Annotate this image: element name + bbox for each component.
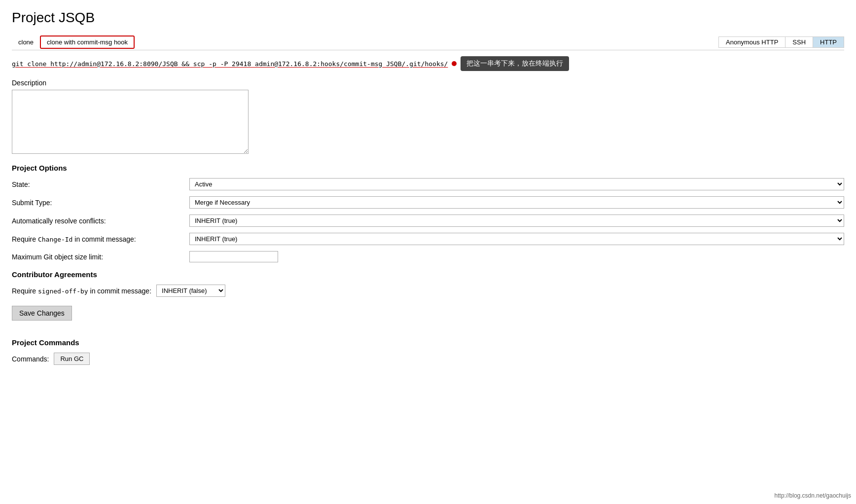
max-git-input[interactable] bbox=[189, 251, 278, 262]
project-options-title: Project Options bbox=[12, 164, 844, 172]
require-changeid-label: Require Change-Id in commit message: bbox=[12, 235, 189, 243]
tooltip-indicator bbox=[452, 61, 457, 66]
clone-url-text: git clone http://admin@172.16.8.2:8090/J… bbox=[12, 60, 448, 68]
submit-type-select[interactable]: Merge if Necessary Fast Forward Only Reb… bbox=[189, 196, 844, 209]
page-title: Project JSQB bbox=[12, 10, 844, 26]
contributor-agreements-title: Contributor Agreements bbox=[12, 270, 844, 279]
changeid-code: Change-Id bbox=[38, 236, 72, 243]
require-signoff-label: Require signed-off-by in commit message: bbox=[12, 287, 151, 295]
run-gc-button[interactable]: Run GC bbox=[54, 353, 90, 365]
protocol-tabs-group: Anonymous HTTP SSH HTTP bbox=[718, 36, 844, 48]
description-label: Description bbox=[12, 79, 844, 87]
clone-tab[interactable]: clone bbox=[12, 36, 40, 48]
tooltip-text: 把这一串考下来，放在终端执行 bbox=[461, 56, 569, 71]
project-options-grid: State: Active Read Only Hidden Submit Ty… bbox=[12, 178, 844, 262]
require-signoff-select[interactable]: INHERIT (false) TRUE FALSE bbox=[156, 285, 225, 297]
resolve-conflicts-select[interactable]: INHERIT (true) TRUE FALSE bbox=[189, 215, 844, 227]
contributor-agreements-section: Contributor Agreements Require signed-of… bbox=[12, 270, 844, 297]
protocol-http[interactable]: HTTP bbox=[813, 37, 844, 47]
description-textarea[interactable] bbox=[12, 90, 249, 154]
resolve-conflicts-label: Automatically resolve conflicts: bbox=[12, 217, 189, 225]
protocol-ssh[interactable]: SSH bbox=[785, 37, 813, 47]
signoff-code: signed-off-by bbox=[38, 288, 88, 295]
project-commands-title: Project Commands bbox=[12, 338, 844, 347]
clone-with-hook-tab[interactable]: clone with commit-msg hook bbox=[40, 36, 135, 49]
submit-type-label: Submit Type: bbox=[12, 199, 189, 207]
commands-label: Commands: bbox=[12, 355, 49, 363]
state-label: State: bbox=[12, 180, 189, 188]
save-changes-button[interactable]: Save Changes bbox=[12, 306, 72, 321]
max-git-label: Maximum Git object size limit: bbox=[12, 253, 189, 261]
require-changeid-select[interactable]: INHERIT (true) TRUE FALSE bbox=[189, 233, 844, 245]
protocol-anonymous-http[interactable]: Anonymous HTTP bbox=[719, 37, 785, 47]
state-select[interactable]: Active Read Only Hidden bbox=[189, 178, 844, 190]
commands-row: Commands: Run GC bbox=[12, 353, 844, 365]
